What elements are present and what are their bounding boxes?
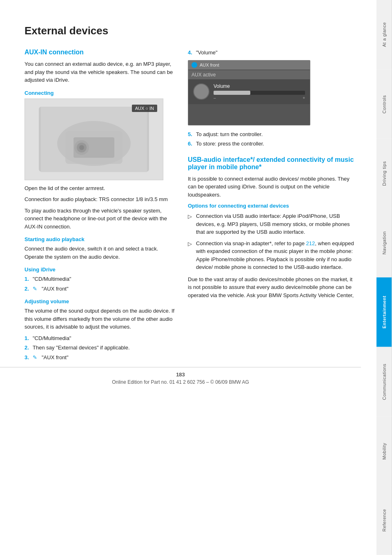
pencil-icon-2: ✎ <box>33 354 39 362</box>
sidebar-tab-entertainment[interactable]: Entertainment <box>376 278 392 347</box>
sidebar-tab-controls[interactable]: Controls <box>376 69 392 139</box>
right-column: 4. "Volume" AUX front AUX active V <box>188 49 356 365</box>
step-4: 4. "Volume" <box>188 49 356 57</box>
connecting-image: AUX ○ IN <box>24 98 163 180</box>
pencil-icon-1: ✎ <box>33 285 39 293</box>
adjusting-text: The volume of the sound output depends o… <box>24 307 176 331</box>
option-bullet-1: ▷ Connection via USB audio interface: Ap… <box>188 212 356 236</box>
arrow-icon-2: ▷ <box>188 240 193 271</box>
sidebar-tab-mobility[interactable]: Mobility <box>376 416 392 486</box>
vol-step-3: 3. ✎ "AUX front" <box>24 354 176 362</box>
option-text-1: Connection via USB audio interface: Appl… <box>196 212 356 236</box>
image-caption-1: Open the lid of the center armrest. <box>24 184 176 192</box>
usb-heading: USB-audio interface*/ extended connectiv… <box>188 156 356 171</box>
page-ref-link[interactable]: 212 <box>306 240 315 246</box>
sidebar-tab-communications[interactable]: Communications <box>376 347 392 416</box>
sidebar: At a glance Controls Driving tips Naviga… <box>376 0 392 555</box>
idrive-steps-list: 1. "CD/Multimedia" 2. ✎ "AUX front" <box>24 275 176 293</box>
vol-step-num-1: 1. <box>24 334 30 342</box>
volume-steps-list: 1. "CD/Multimedia" 2. Then say "External… <box>24 334 176 362</box>
sidebar-tab-navigation[interactable]: Navigation <box>376 208 392 278</box>
idrive-step-2: 2. ✎ "AUX front" <box>24 285 176 293</box>
vol-step-2: 2. Then say "External devices" if applic… <box>24 344 176 352</box>
footer-text: Online Edition for Part no. 01 41 2 602 … <box>112 379 249 385</box>
vol-step-text-3: "AUX front" <box>42 354 69 362</box>
vol-header-icon <box>192 62 197 68</box>
volume-label-text: Volume <box>214 83 230 89</box>
step6-num: 6. <box>188 140 194 148</box>
step-num-1: 1. <box>24 275 30 283</box>
vol-label: Volume <box>214 83 305 89</box>
sidebar-tab-reference[interactable]: Reference <box>376 486 392 555</box>
step4-list: 4. "Volume" <box>188 49 356 57</box>
sidebar-tab-at-a-glance[interactable]: At a glance <box>376 0 392 69</box>
vol-knob <box>193 83 209 100</box>
vol-screen-header: AUX front <box>188 60 310 69</box>
vol-step-num-3: 3. <box>24 354 30 362</box>
step6-text: To store: press the controller. <box>196 140 264 148</box>
vol-step-text-2: Then say "External devices" if applicabl… <box>33 344 130 352</box>
page-footer: 183 Online Edition for Part no. 01 41 2 … <box>0 367 361 385</box>
vol-header-text: AUX front <box>200 63 219 67</box>
usb-intro: It is possible to connect external audio… <box>188 175 356 199</box>
aux-in-heading: AUX-IN connection <box>24 49 176 56</box>
vol-step-text-1: "CD/Multimedia" <box>33 334 71 342</box>
step5-num: 5. <box>188 130 194 139</box>
options-bullets-list: ▷ Connection via USB audio interface: Ap… <box>188 212 356 271</box>
adjusting-heading: Adjusting volume <box>24 298 176 304</box>
svg-point-6 <box>79 145 84 150</box>
using-idrive-heading: Using iDrive <box>24 266 176 273</box>
playback-text: To play audio tracks through the vehicle… <box>24 207 176 231</box>
arrow-icon-1: ▷ <box>188 213 193 236</box>
connecting-heading: Connecting <box>24 90 176 96</box>
vol-minus: – <box>214 96 216 100</box>
aux-active-label: AUX active <box>192 72 216 78</box>
two-column-layout: AUX-IN connection You can connect an ext… <box>24 49 356 365</box>
aux-image-inner <box>39 107 149 171</box>
step-6: 6. To store: press the controller. <box>188 140 356 148</box>
step5-text: To adjust: turn the controller. <box>196 130 263 139</box>
vol-plus: + <box>303 96 305 100</box>
volume-screen: AUX front AUX active Volume <box>188 60 310 125</box>
step-num-2: 2. <box>24 285 30 293</box>
sidebar-tab-driving-tips[interactable]: Driving tips <box>376 139 392 208</box>
step-text-1: "CD/Multimedia" <box>33 275 71 283</box>
vol-bar-markers: – + <box>214 96 305 100</box>
page-title: External devices <box>24 25 356 37</box>
idrive-step-1: 1. "CD/Multimedia" <box>24 275 176 283</box>
image-badge: AUX ○ IN <box>132 105 157 112</box>
vol-step-num-2: 2. <box>24 344 30 352</box>
vol-bar-area: Volume – + <box>214 83 305 100</box>
due-text: Due to the vast array of audio devices/m… <box>188 275 356 300</box>
step-text-2: "AUX front" <box>42 285 69 293</box>
vol-active-row: AUX active <box>188 70 310 79</box>
vol-step-1: 1. "CD/Multimedia" <box>24 334 176 342</box>
vol-main-area: Volume – + <box>188 79 310 104</box>
step4-text: "Volume" <box>196 49 218 57</box>
option-bullet-2: ▷ Connection via snap-in adapter*, refer… <box>188 239 356 271</box>
step4-num: 4. <box>188 49 194 57</box>
aux-image-svg <box>41 107 147 172</box>
starting-heading: Starting audio playback <box>24 236 176 242</box>
image-caption-2: Connection for audio playback: TRS conne… <box>24 195 176 204</box>
steps-5-6-list: 5. To adjust: turn the controller. 6. To… <box>188 130 356 148</box>
aux-intro-text: You can connect an external audio device… <box>24 60 176 84</box>
starting-text: Connect the audio device, switch it on a… <box>24 245 176 261</box>
main-content: External devices AUX-IN connection You c… <box>0 0 376 397</box>
step-5: 5. To adjust: turn the controller. <box>188 130 356 139</box>
options-heading: Options for connecting external devices <box>188 203 356 209</box>
option-text-2: Connection via snap-in adapter*, refer t… <box>196 239 356 271</box>
vol-bar <box>214 91 305 95</box>
left-column: AUX-IN connection You can connect an ext… <box>24 49 176 365</box>
page-number: 183 <box>0 371 361 378</box>
vol-bar-fill <box>214 91 250 95</box>
